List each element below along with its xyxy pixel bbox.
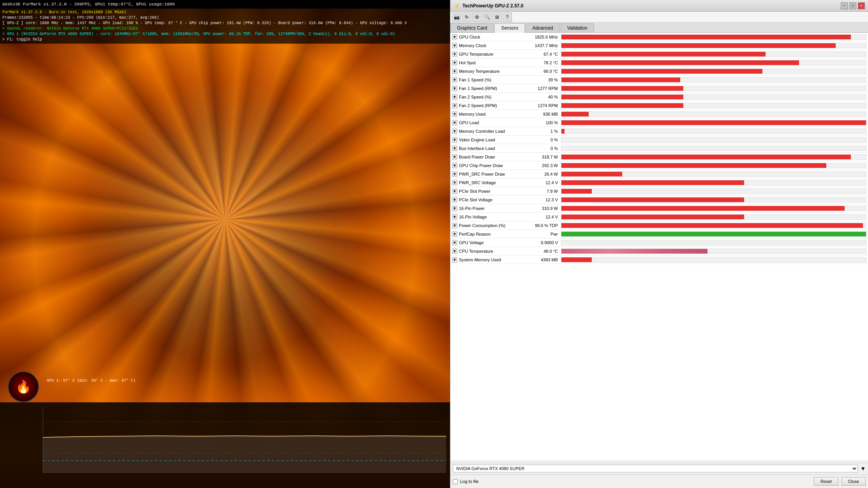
sensor-row: ▼Memory Used936 MB [450, 110, 868, 118]
reset-button[interactable]: Reset [814, 477, 838, 486]
sensor-bar [561, 172, 622, 176]
sensor-dropdown[interactable]: ▼ [452, 60, 457, 65]
sensor-bar-container [561, 257, 866, 262]
sensor-bar [561, 223, 863, 228]
sensor-value: Pwr [530, 232, 561, 236]
tab-validation[interactable]: Validation [561, 23, 594, 32]
sensor-row: ▼Video Engine Load0 % [450, 136, 868, 144]
sensor-row: ▼Fan 2 Speed (%)40 % [450, 93, 868, 101]
sensor-bar-container [561, 197, 866, 203]
sensor-value: 1825.6 MHz [530, 35, 561, 39]
sensor-bar [561, 60, 799, 65]
log-to-file-checkbox[interactable] [453, 479, 458, 484]
sensor-dropdown[interactable]: ▼ [452, 137, 457, 143]
gpu-select-arrow[interactable]: ▼ [860, 465, 866, 472]
sensor-name: ▼Hot Spot [452, 60, 530, 65]
sensor-bar-container [561, 43, 866, 48]
sensor-name: ▼PCIe Slot Power [452, 189, 530, 194]
close-btn[interactable]: Close [842, 477, 866, 486]
sensor-dropdown[interactable]: ▼ [452, 120, 457, 125]
sensor-bar [561, 86, 683, 91]
sensor-bar-container [561, 120, 866, 125]
sensor-bar-container [561, 231, 866, 237]
tab-graphics-card[interactable]: Graphics Card [450, 23, 494, 32]
game-viewport: Geeks3D FurMark v1.37.2.0 - 269FPS, GPU1… [0, 0, 450, 488]
maximize-button[interactable]: □ [849, 2, 856, 9]
furmark-opengl-line: > OpenGL renderer: NVIDIA GeForce RTX 40… [2, 26, 448, 32]
sensor-dropdown[interactable]: ▼ [452, 51, 457, 57]
sensor-dropdown[interactable]: ▼ [452, 129, 457, 134]
help-icon[interactable]: ? [503, 12, 512, 22]
sensor-dropdown[interactable]: ▼ [452, 171, 457, 177]
refresh-icon[interactable]: ↻ [462, 12, 471, 22]
sensor-row: ▼Fan 2 Speed (RPM)1274 RPM [450, 101, 868, 110]
lookup-icon[interactable]: 🔍 [482, 12, 492, 22]
sensor-name: ▼PCIe Slot Voltage [452, 197, 530, 203]
sensor-row: ▼Power Consumption (%)99.6 % TDP [450, 221, 868, 230]
sensor-dropdown[interactable]: ▼ [452, 180, 457, 185]
close-button[interactable]: × [858, 2, 865, 9]
sensor-dropdown[interactable]: ▼ [452, 43, 457, 48]
sensor-bar-container [561, 51, 866, 57]
sensor-row: ▼GPU Clock1825.6 MHz [450, 33, 868, 41]
sensor-dropdown[interactable]: ▼ [452, 154, 457, 160]
sensor-bar-container [561, 111, 866, 117]
temp-graph-svg [0, 402, 450, 488]
minimize-button[interactable]: − [841, 2, 848, 9]
sensor-dropdown[interactable]: ▼ [452, 146, 457, 151]
sensor-row: ▼GPU Load100 % [450, 118, 868, 127]
sensor-row: ▼Bus Interface Load0 % [450, 144, 868, 153]
sensor-bar-container [561, 248, 866, 254]
sensor-dropdown[interactable]: ▼ [452, 231, 457, 237]
gpu-temp-display: GPU 1: 67° C (min: 50° C - max: 67° C) [47, 379, 136, 383]
gpuz-title-area: ⚡ TechPowerUp GPU-Z 2.57.0 [453, 3, 524, 9]
sensor-value: 4383 MB [530, 257, 561, 262]
sensor-name: ▼GPU Chip Power Draw [452, 163, 530, 168]
sensor-bar-container [561, 240, 866, 245]
sensor-name: ▼Power Consumption (%) [452, 223, 530, 228]
sensor-row: ▼PWR_SRC Power Draw26.4 W [450, 170, 868, 178]
sensor-dropdown[interactable]: ▼ [452, 34, 457, 40]
sensor-dropdown[interactable]: ▼ [452, 257, 457, 262]
sensor-bar-container [561, 129, 866, 134]
sensor-dropdown[interactable]: ▼ [452, 111, 457, 117]
sensor-bar-container [561, 34, 866, 40]
camera-icon[interactable]: 📷 [452, 12, 461, 22]
sensor-dropdown[interactable]: ▼ [452, 86, 457, 91]
sensor-bar [561, 78, 680, 82]
gpuz-logo-icon: ⚡ [453, 3, 460, 9]
sensor-dropdown[interactable]: ▼ [452, 240, 457, 245]
sensor-dropdown[interactable]: ▼ [452, 206, 457, 211]
sensor-dropdown[interactable]: ▼ [452, 77, 457, 83]
gpuz-title-text: TechPowerUp GPU-Z 2.57.0 [462, 3, 524, 9]
sensor-row: ▼16-Pin Power310.9 W [450, 204, 868, 213]
settings-icon[interactable]: ⚙ [472, 12, 482, 22]
sensor-bar [561, 69, 762, 74]
sensor-bar [561, 189, 592, 194]
sensor-dropdown[interactable]: ▼ [452, 197, 457, 203]
sensor-bar-container [561, 103, 866, 108]
sensor-name: ▼Memory Used [452, 111, 530, 117]
sensor-dropdown[interactable]: ▼ [452, 69, 457, 74]
sensor-dropdown[interactable]: ▼ [452, 163, 457, 168]
tab-advanced[interactable]: Advanced [526, 23, 559, 32]
sensor-name: ▼GPU Voltage [452, 240, 530, 245]
expand-icon[interactable]: ⊞ [492, 12, 502, 22]
sensor-bar [561, 249, 707, 254]
sensors-list[interactable]: ▼GPU Clock1825.6 MHz▼Memory Clock1437.7 … [450, 33, 868, 460]
sensor-dropdown[interactable]: ▼ [452, 103, 457, 108]
sensor-value: 40 % [530, 95, 561, 99]
sensor-bar [561, 155, 851, 159]
sensor-value: 1 % [530, 129, 561, 134]
gpuz-panel: ⚡ TechPowerUp GPU-Z 2.57.0 − □ × 📷 ↻ ⚙ 🔍… [450, 0, 868, 488]
sensor-dropdown[interactable]: ▼ [452, 94, 457, 100]
sensor-bar-container [561, 180, 866, 185]
sensor-dropdown[interactable]: ▼ [452, 189, 457, 194]
tab-sensors[interactable]: Sensors [494, 23, 525, 33]
sensor-dropdown[interactable]: ▼ [452, 214, 457, 220]
sensor-dropdown[interactable]: ▼ [452, 223, 457, 228]
gpu-select-dropdown[interactable]: NVIDIA GeForce RTX 4080 SUPER [453, 465, 858, 472]
sensor-dropdown[interactable]: ▼ [452, 248, 457, 254]
sensor-bar-container [561, 86, 866, 91]
sensor-row: ▼PWR_SRC Voltage12.4 V [450, 178, 868, 187]
